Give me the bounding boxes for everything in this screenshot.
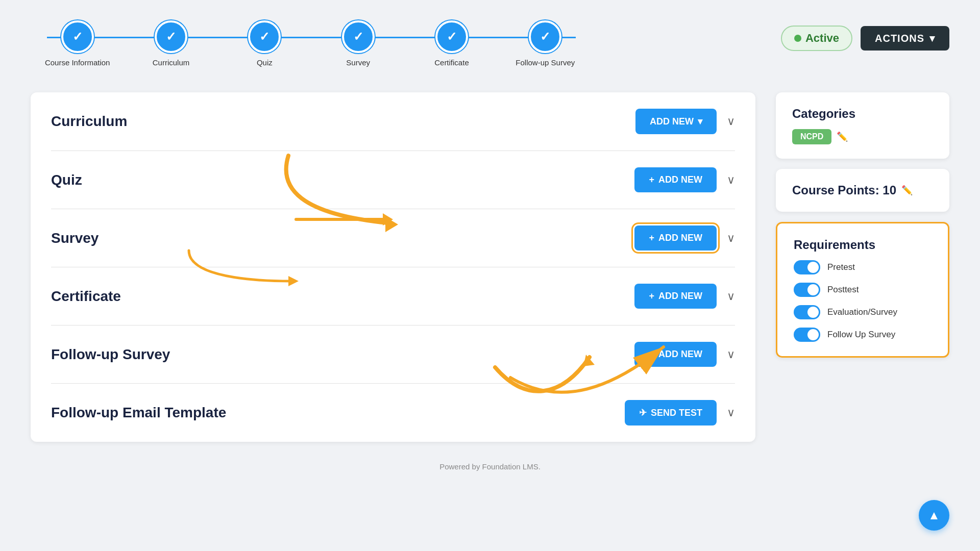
category-tag: NCPD <box>792 129 831 144</box>
step-label-3: Quiz <box>257 58 273 67</box>
sections-list: Curriculum ADD NEW ▾ ∨ Quiz + ADD NEW <box>31 92 755 442</box>
posttest-toggle[interactable] <box>794 283 820 297</box>
curriculum-title: Curriculum <box>51 113 127 130</box>
followup-survey-right: + ADD NEW ∨ <box>634 342 735 367</box>
survey-collapse-icon[interactable]: ∨ <box>727 232 735 245</box>
email-template-row: Follow-up Email Template ✈ SEND TEST ∨ <box>51 384 735 442</box>
quiz-add-new-button[interactable]: + ADD NEW <box>634 167 717 192</box>
footer: Powered by Foundation LMS. <box>31 462 949 471</box>
step-label-1: Course Information <box>45 58 110 67</box>
active-status-badge: Active <box>781 26 852 51</box>
followup-toggle[interactable] <box>794 328 820 342</box>
quiz-row: Quiz + ADD NEW ∨ <box>51 151 735 209</box>
edit-points-icon[interactable]: ✏️ <box>901 185 913 196</box>
step-circle-2: ✓ <box>155 20 187 53</box>
certificate-add-new-button[interactable]: + ADD NEW <box>634 284 717 309</box>
evaluation-toggle[interactable] <box>794 305 820 319</box>
stepper: ✓ Course Information ✓ Curriculum ✓ Quiz… <box>31 20 592 67</box>
step-circle-1: ✓ <box>61 20 94 53</box>
actions-label: ACTIONS <box>875 33 924 44</box>
footer-text: Powered by Foundation LMS. <box>439 462 541 471</box>
scroll-top-icon: ▲ <box>928 508 940 522</box>
chevron-down-icon: ▾ <box>929 32 935 44</box>
certificate-title: Certificate <box>51 288 121 305</box>
survey-right: + ADD NEW ∨ <box>634 226 735 251</box>
curriculum-collapse-icon[interactable]: ∨ <box>727 115 735 128</box>
quiz-right: + ADD NEW ∨ <box>634 167 735 192</box>
step-curriculum[interactable]: ✓ Curriculum <box>124 20 217 67</box>
certificate-row: Certificate + ADD NEW ∨ <box>51 267 735 325</box>
step-circle-5: ✓ <box>435 20 468 53</box>
followup-survey-collapse-icon[interactable]: ∨ <box>727 348 735 361</box>
step-circle-4: ✓ <box>342 20 375 53</box>
step-course-information[interactable]: ✓ Course Information <box>31 20 124 67</box>
scroll-to-top-button[interactable]: ▲ <box>919 500 949 531</box>
step-followup-survey[interactable]: ✓ Follow-up Survey <box>499 20 592 67</box>
email-template-right: ✈ SEND TEST ∨ <box>625 400 735 425</box>
curriculum-btn-label: ADD NEW <box>650 116 694 127</box>
plus-icon: + <box>649 174 654 185</box>
quiz-title: Quiz <box>51 172 82 188</box>
send-test-label: SEND TEST <box>651 408 702 418</box>
categories-card: Categories NCPD ✏️ <box>776 92 949 159</box>
step-circle-6: ✓ <box>529 20 561 53</box>
top-bar: ✓ Course Information ✓ Curriculum ✓ Quiz… <box>31 20 949 67</box>
pretest-label: Pretest <box>827 262 855 272</box>
requirements-card: Requirements Pretest Posttest Evaluation… <box>776 222 949 358</box>
course-points-label: Course Points: 10 ✏️ <box>792 183 933 197</box>
step-quiz[interactable]: ✓ Quiz <box>218 20 311 67</box>
curriculum-right: ADD NEW ▾ ∨ <box>635 109 735 134</box>
step-certificate[interactable]: ✓ Certificate <box>405 20 498 67</box>
plus-icon: + <box>649 349 654 360</box>
curriculum-row: Curriculum ADD NEW ▾ ∨ <box>51 92 735 151</box>
certificate-collapse-icon[interactable]: ∨ <box>727 290 735 303</box>
quiz-collapse-icon[interactable]: ∨ <box>727 173 735 187</box>
step-circle-3: ✓ <box>248 20 281 53</box>
certificate-right: + ADD NEW ∨ <box>634 284 735 309</box>
survey-title: Survey <box>51 230 99 246</box>
active-dot <box>794 35 801 42</box>
quiz-btn-label: ADD NEW <box>658 174 702 185</box>
categories-title: Categories <box>792 107 933 121</box>
course-points-card: Course Points: 10 ✏️ <box>776 169 949 212</box>
survey-btn-label: ADD NEW <box>658 233 702 243</box>
email-template-collapse-icon[interactable]: ∨ <box>727 406 735 419</box>
chevron-down-icon: ▾ <box>698 116 702 127</box>
pretest-toggle[interactable] <box>794 260 820 274</box>
req-pretest-row: Pretest <box>794 260 932 274</box>
main-content: Curriculum ADD NEW ▾ ∨ Quiz + ADD NEW <box>31 92 949 442</box>
certificate-btn-label: ADD NEW <box>658 291 702 302</box>
req-posttest-row: Posttest <box>794 283 932 297</box>
right-sidebar: Categories NCPD ✏️ Course Points: 10 ✏️ … <box>776 92 949 442</box>
curriculum-add-new-button[interactable]: ADD NEW ▾ <box>635 109 717 134</box>
followup-survey-title: Follow-up Survey <box>51 346 170 363</box>
step-label-4: Survey <box>346 58 370 67</box>
followup-survey-btn-label: ADD NEW <box>658 349 702 360</box>
edit-category-icon[interactable]: ✏️ <box>837 131 848 142</box>
posttest-label: Posttest <box>827 285 859 295</box>
req-evaluation-row: Evaluation/Survey <box>794 305 932 319</box>
plus-icon: + <box>649 233 654 243</box>
requirements-title: Requirements <box>794 238 932 252</box>
step-label-6: Follow-up Survey <box>516 58 575 67</box>
evaluation-label: Evaluation/Survey <box>827 307 897 317</box>
email-template-title: Follow-up Email Template <box>51 405 226 421</box>
active-label: Active <box>805 32 839 45</box>
actions-button[interactable]: ACTIONS ▾ <box>861 26 949 51</box>
survey-row: Survey + ADD NEW ∨ <box>51 209 735 267</box>
top-actions: Active ACTIONS ▾ <box>781 20 949 51</box>
course-points-text: Course Points: 10 <box>792 183 896 197</box>
req-followup-row: Follow Up Survey <box>794 328 932 342</box>
followup-survey-add-new-button[interactable]: + ADD NEW <box>634 342 717 367</box>
step-label-5: Certificate <box>434 58 469 67</box>
step-survey[interactable]: ✓ Survey <box>311 20 405 67</box>
send-test-button[interactable]: ✈ SEND TEST <box>625 400 717 425</box>
followup-survey-row: Follow-up Survey + ADD NEW ∨ <box>51 325 735 384</box>
step-label-2: Curriculum <box>153 58 190 67</box>
survey-add-new-button[interactable]: + ADD NEW <box>634 226 717 251</box>
followup-label: Follow Up Survey <box>827 330 895 340</box>
plus-icon: + <box>649 291 654 302</box>
send-icon: ✈ <box>639 407 647 418</box>
